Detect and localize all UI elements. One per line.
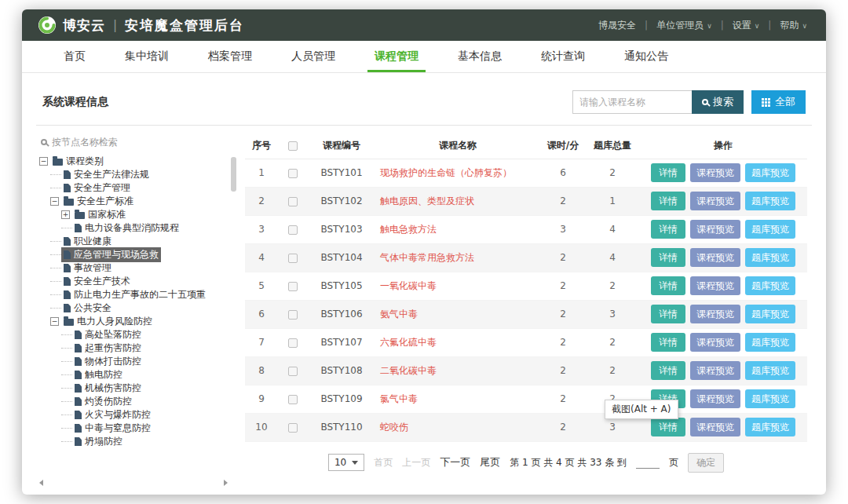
tree-item[interactable]: 公共安全: [39, 301, 237, 315]
row-checkbox[interactable]: [288, 225, 298, 235]
row-index: 5: [245, 272, 278, 300]
course-preview-button[interactable]: 课程预览: [690, 305, 740, 323]
help-menu[interactable]: 帮助: [777, 19, 810, 32]
tree-item[interactable]: 灼烫伤防控: [39, 395, 237, 408]
page-size-select[interactable]: 10: [328, 454, 364, 471]
settings-menu[interactable]: 设置: [729, 19, 763, 32]
tree-item[interactable]: 坍塌防控: [39, 435, 237, 448]
detail-button[interactable]: 详情: [651, 192, 685, 210]
course-preview-button[interactable]: 课程预览: [690, 192, 740, 210]
nav-tab-5[interactable]: 基本信息: [438, 41, 521, 72]
row-checkbox[interactable]: [288, 338, 298, 348]
goto-page-input[interactable]: [636, 456, 660, 469]
tree-vertical-scrollbar[interactable]: [231, 157, 236, 192]
prev-page-button[interactable]: 上一页: [402, 456, 430, 469]
tree-item[interactable]: 起重伤害防控: [39, 341, 237, 355]
row-checkbox[interactable]: [288, 254, 298, 263]
tree-item[interactable]: 物体打击防控: [39, 355, 237, 368]
tree-item[interactable]: 安全生产法律法规: [39, 168, 237, 181]
tree-filter-input[interactable]: [52, 137, 201, 148]
row-checkbox[interactable]: [288, 169, 298, 178]
next-page-button[interactable]: 下一页: [440, 455, 470, 469]
tree-item[interactable]: 事故管理: [39, 261, 237, 275]
course-preview-button[interactable]: 课程预览: [690, 418, 740, 436]
nav-tab-1[interactable]: 集中培训: [105, 41, 188, 72]
row-checkbox[interactable]: [288, 423, 298, 433]
scroll-right-icon[interactable]: [224, 480, 228, 486]
tree-item[interactable]: 机械伤害防控: [39, 382, 237, 395]
detail-button[interactable]: 详情: [651, 163, 685, 182]
detail-button[interactable]: 详情: [651, 361, 685, 380]
bank-preview-button[interactable]: 题库预览: [745, 248, 795, 267]
expand-icon[interactable]: +: [61, 210, 70, 219]
row-checkbox[interactable]: [288, 395, 298, 404]
course-preview-button[interactable]: 课程预览: [690, 248, 740, 267]
question-count: 2: [586, 356, 639, 385]
tree-item[interactable]: 应急管理与现场急救: [39, 248, 237, 261]
bank-preview-button[interactable]: 题库预览: [745, 361, 795, 380]
detail-button[interactable]: 详情: [651, 220, 685, 239]
nav-tab-0[interactable]: 首页: [44, 41, 105, 72]
course-preview-button[interactable]: 课程预览: [690, 333, 740, 352]
row-select-cell: [278, 159, 308, 187]
course-preview-button[interactable]: 课程预览: [690, 163, 740, 182]
bank-preview-button[interactable]: 题库预览: [745, 220, 795, 239]
all-button[interactable]: 全部: [751, 90, 806, 114]
detail-button[interactable]: 详情: [651, 333, 685, 352]
bank-preview-button[interactable]: 题库预览: [745, 276, 795, 295]
last-page-button[interactable]: 尾页: [480, 455, 500, 469]
tree-item[interactable]: 安全生产管理: [39, 181, 237, 195]
detail-button[interactable]: 详情: [651, 305, 685, 323]
tree-item[interactable]: 火灾与爆炸防控: [39, 408, 237, 422]
detail-button[interactable]: 详情: [651, 418, 685, 436]
bank-preview-button[interactable]: 题库预览: [745, 305, 795, 323]
tree-item[interactable]: 触电防控: [39, 368, 237, 382]
tree-item[interactable]: 安全生产技术: [39, 275, 237, 288]
row-checkbox[interactable]: [288, 197, 298, 206]
document-icon: [75, 357, 82, 366]
row-checkbox[interactable]: [288, 310, 298, 320]
detail-button[interactable]: 详情: [651, 248, 685, 267]
tree-item[interactable]: 电力设备典型消防规程: [39, 221, 237, 235]
search-input[interactable]: [572, 90, 692, 114]
nav-tab-3[interactable]: 人员管理: [272, 41, 355, 72]
tree-item[interactable]: −课程类别: [39, 155, 237, 168]
course-preview-button[interactable]: 课程预览: [690, 276, 740, 295]
nav-tab-6[interactable]: 统计查询: [521, 41, 605, 72]
nav-tab-2[interactable]: 档案管理: [188, 41, 272, 72]
tree-item[interactable]: 职业健康: [39, 235, 237, 248]
tree-item[interactable]: 中毒与窒息防控: [39, 422, 237, 435]
search-icon: [702, 99, 708, 105]
bank-preview-button[interactable]: 题库预览: [745, 192, 795, 210]
search-button[interactable]: 搜索: [692, 90, 744, 114]
tree-item[interactable]: +国家标准: [39, 208, 237, 221]
tree-horizontal-scrollbar[interactable]: [39, 479, 228, 487]
collapse-icon[interactable]: −: [50, 197, 59, 206]
row-checkbox[interactable]: [288, 282, 298, 291]
collapse-icon[interactable]: −: [39, 157, 48, 166]
course-preview-button[interactable]: 课程预览: [690, 361, 740, 380]
collapse-icon[interactable]: −: [50, 317, 59, 326]
select-all-checkbox[interactable]: [288, 141, 298, 151]
tree-item[interactable]: 高处坠落防控: [39, 328, 237, 341]
nav-tab-4[interactable]: 课程管理: [355, 41, 438, 72]
bank-preview-button[interactable]: 题库预览: [745, 418, 795, 436]
course-preview-button[interactable]: 课程预览: [690, 220, 740, 239]
detail-button[interactable]: 详情: [651, 276, 685, 295]
first-page-button[interactable]: 首页: [374, 456, 393, 469]
tree-item[interactable]: −电力人身风险防控: [39, 315, 237, 328]
course-code: BSTY102: [308, 187, 375, 215]
bank-preview-button[interactable]: 题库预览: [745, 389, 795, 408]
bank-preview-button[interactable]: 题库预览: [745, 333, 795, 352]
bank-preview-button[interactable]: 题库预览: [745, 163, 795, 182]
tree-item[interactable]: 防止电力生产事故的二十五项重: [39, 288, 237, 301]
nav-tab-7[interactable]: 通知公告: [605, 41, 688, 72]
tree-node[interactable]: 坍塌防控: [72, 434, 125, 449]
course-preview-button[interactable]: 课程预览: [690, 389, 740, 408]
document-icon: [64, 170, 71, 179]
confirm-button[interactable]: 确定: [688, 453, 724, 473]
row-checkbox[interactable]: [288, 367, 298, 376]
role-menu[interactable]: 单位管理员: [653, 19, 715, 32]
tree-item[interactable]: −安全生产标准: [39, 195, 237, 208]
scroll-left-icon[interactable]: [39, 480, 43, 486]
